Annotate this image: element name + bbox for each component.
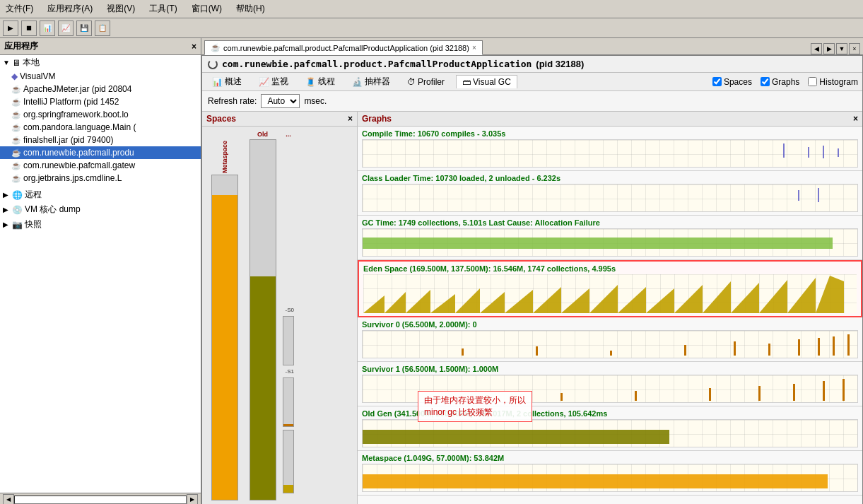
svg-rect-2 <box>823 146 824 158</box>
svg-rect-44 <box>363 474 828 488</box>
svg-marker-10 <box>430 294 455 313</box>
survivor0-canvas <box>362 330 858 358</box>
sec-nav-sampler[interactable]: 🔬 抽样器 <box>346 74 396 89</box>
threads-icon: 🧵 <box>305 77 316 87</box>
graphs-checkbox[interactable] <box>761 77 770 86</box>
graph-row-survivor0: Survivor 0 (56.500M, 2.000M): 0 <box>358 317 862 362</box>
menu-window[interactable]: 窗口(W) <box>189 1 225 16</box>
svg-rect-43 <box>363 430 669 444</box>
checkbox-histogram[interactable]: Histogram <box>808 77 858 87</box>
sidebar-item-springboot[interactable]: ☕ org.springframework.boot.lo <box>0 108 201 121</box>
sidebar-item-jmeter[interactable]: ☕ ApacheJMeter.jar (pid 20804 <box>0 83 201 95</box>
toolbar-btn-5[interactable]: 💾 <box>76 20 92 36</box>
sidebar-section-vm-core-dump[interactable]: ▶ 💿 VM 核心 dump <box>0 202 201 217</box>
sidebar-title: 应用程序 <box>4 40 38 52</box>
spaces-checkbox[interactable] <box>712 77 722 86</box>
svg-rect-33 <box>833 336 835 356</box>
sec-nav-profiler[interactable]: ⏱ Profiler <box>401 76 450 88</box>
java-icon-6: ☕ <box>11 148 21 158</box>
sec-nav-monitor[interactable]: 📈 监视 <box>253 74 294 89</box>
svg-rect-30 <box>768 344 770 356</box>
sidebar-section-remote[interactable]: ▶ 🌐 远程 <box>0 187 201 202</box>
graphs-close-btn[interactable]: × <box>853 114 858 124</box>
sidebar-item-visualvm[interactable]: ◆ VisualVM <box>0 70 201 83</box>
overview-icon: 📊 <box>212 77 223 87</box>
sidebar-item-pafcmall-gateway[interactable]: ☕ com.runewbie.pafcmall.gatew <box>0 159 201 172</box>
svg-marker-8 <box>384 292 406 313</box>
checkbox-graphs[interactable]: Graphs <box>761 77 799 87</box>
sec-nav: 📊 概述 📈 监视 🧵 线程 🔬 抽样器 ⏱ Profiler <box>202 73 862 91</box>
sidebar-item-jetbrains[interactable]: ☕ org.jetbrains.jps.cmdline.L <box>0 172 201 184</box>
sidebar: 应用程序 × ▼ 🖥 本地 ◆ VisualVM ☕ ApacheJMeter.… <box>0 38 201 504</box>
toolbar-btn-4[interactable]: 📈 <box>58 20 74 36</box>
gc-time-title: GC Time: 1749 collections, 5.101s Last C… <box>362 218 858 227</box>
svg-marker-22 <box>759 280 787 313</box>
svg-marker-14 <box>533 287 561 313</box>
svg-marker-7 <box>363 295 384 313</box>
old-gen-canvas <box>362 419 858 447</box>
sidebar-section-snapshot[interactable]: ▶ 📷 快照 <box>0 217 201 232</box>
sidebar-item-intellij[interactable]: ☕ IntelliJ Platform (pid 1452 <box>0 95 201 108</box>
sidebar-item-pandora[interactable]: ☕ com.pandora.language.Main ( <box>0 121 201 134</box>
svg-rect-26 <box>536 346 538 356</box>
scroll-track[interactable] <box>14 496 187 504</box>
svg-marker-13 <box>505 290 533 313</box>
eden-space-title: Eden Space (169.500M, 137.500M): 16.546M… <box>363 264 857 273</box>
nav-left-btn[interactable]: ◀ <box>811 43 822 54</box>
menu-help[interactable]: 帮助(H) <box>233 1 268 16</box>
nav-right-btn[interactable]: ▶ <box>823 43 835 54</box>
histogram-checkbox[interactable] <box>808 77 817 86</box>
sec-nav-overview[interactable]: 📊 概述 <box>206 74 247 89</box>
nav-down-btn[interactable]: ▼ <box>836 43 847 54</box>
sec-nav-visual-gc[interactable]: 🗃 Visual GC <box>456 75 517 88</box>
visual-gc-icon: 🗃 <box>462 77 471 87</box>
survivor0-svg <box>363 331 857 358</box>
svg-rect-37 <box>635 391 637 401</box>
toolbar-btn-1[interactable]: ▶ <box>3 20 18 36</box>
svg-marker-21 <box>731 283 759 313</box>
checkbox-spaces[interactable]: Spaces <box>712 77 752 87</box>
sec-nav-threads[interactable]: 🧵 线程 <box>300 74 341 89</box>
graph-row-eden-space: Eden Space (169.500M, 137.500M): 16.546M… <box>358 260 862 317</box>
panels-container: 由于堆内存设置较小，所以 minor gc 比较频繁 Spaces × Meta… <box>202 112 862 504</box>
tab-label: com.runewbie.pafcmall.product.PafcmallPr… <box>223 44 469 52</box>
expand-icon-local: ▼ <box>3 59 10 66</box>
sidebar-close-btn[interactable]: × <box>192 42 196 52</box>
class-loader-svg <box>363 184 857 212</box>
tab-close-btn[interactable]: × <box>472 44 476 52</box>
annotation-line1: 由于堆内存设置较小，所以 <box>424 394 526 406</box>
s1-bar-bg <box>283 377 294 427</box>
sidebar-item-pafcmall-product[interactable]: ☕ com.runewbie.pafcmall.produ <box>0 146 201 159</box>
sidebar-item-finalshell[interactable]: ☕ finalshell.jar (pid 79400) <box>0 134 201 146</box>
nav-close-all-btn[interactable]: × <box>849 43 860 54</box>
menu-tools[interactable]: 工具(T) <box>146 1 180 16</box>
toolbar-btn-3[interactable]: 📊 <box>40 20 55 36</box>
scroll-left-btn[interactable]: ◀ <box>3 494 14 505</box>
svg-rect-6 <box>363 238 833 249</box>
menu-view[interactable]: 视图(V) <box>104 1 138 16</box>
svg-marker-18 <box>646 288 674 313</box>
expand-icon-vm: ▶ <box>3 206 10 213</box>
metaspace-bar-bg <box>211 175 238 500</box>
vm-icon: 💿 <box>12 205 23 215</box>
toolbar-btn-6[interactable]: 📋 <box>95 20 110 36</box>
metaspace-label: Metaspace <box>221 131 228 173</box>
refresh-rate-select[interactable]: Auto <box>261 94 300 108</box>
menu-bar: 文件(F) 应用程序(A) 视图(V) 工具(T) 窗口(W) 帮助(H) <box>0 0 863 18</box>
scroll-right-btn[interactable]: ▶ <box>187 494 198 505</box>
java-icon-4: ☕ <box>11 123 21 132</box>
spaces-close-btn[interactable]: × <box>348 114 353 124</box>
s1-bar-fill <box>283 424 293 426</box>
eden-bar-bg <box>283 430 294 493</box>
tab-pafcmall-product[interactable]: ☕ com.runewbie.pafcmall.product.Pafcmall… <box>204 40 483 55</box>
menu-app[interactable]: 应用程序(A) <box>45 1 95 16</box>
refresh-icon <box>208 59 218 69</box>
s1-side-label: -S1 <box>283 368 294 375</box>
svg-rect-34 <box>847 334 850 356</box>
graphs-title: Graphs <box>362 114 392 124</box>
s0-bar-bg <box>283 316 294 365</box>
menu-file[interactable]: 文件(F) <box>3 1 36 16</box>
pafcmall-gateway-label: com.runewbie.pafcmall.gatew <box>23 160 135 170</box>
sidebar-section-local[interactable]: ▼ 🖥 本地 <box>0 55 201 70</box>
toolbar-btn-2[interactable]: ⏹ <box>21 20 37 36</box>
